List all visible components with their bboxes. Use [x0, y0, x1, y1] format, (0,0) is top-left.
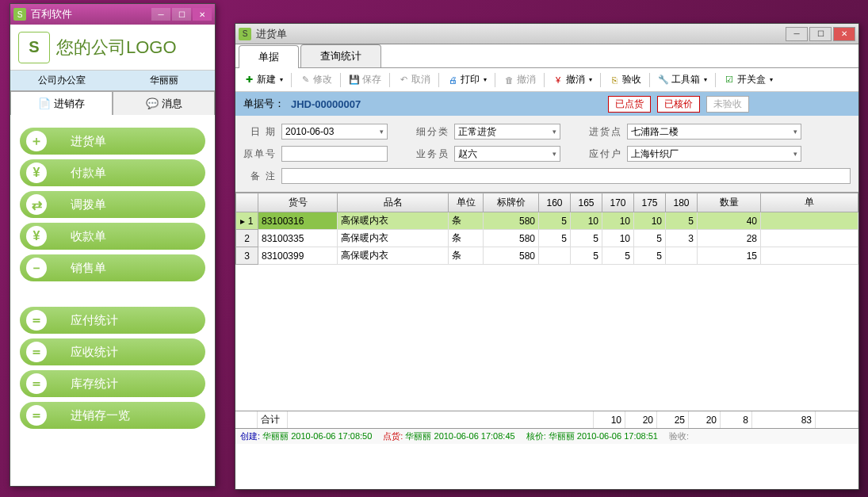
- nav-titlebar: S 百利软件 ─ ☐ ✕: [10, 4, 215, 25]
- location-label: 进货点: [589, 125, 622, 139]
- totals-row: 合计 10 20 25 20 8 83: [235, 411, 858, 428]
- switch-button[interactable]: ☑开关盒: [721, 71, 776, 88]
- order-num-label: 单据号：: [243, 97, 285, 111]
- menu-transfer[interactable]: ⇄调拨单: [20, 191, 205, 218]
- badge-picked: 已点货: [608, 96, 651, 113]
- menu-payment[interactable]: ¥付款单: [20, 159, 205, 186]
- order-titlebar: S 进货单 ─ ☐ ✕: [235, 24, 858, 44]
- logo-icon: S: [18, 32, 50, 63]
- subheader: 公司办公室 华丽丽: [10, 71, 215, 91]
- orig-field[interactable]: [281, 146, 388, 162]
- badge-unaccepted: 未验收: [706, 96, 749, 113]
- status-create-label: 创建:: [240, 431, 260, 441]
- table-row[interactable]: 3 83100399高保暖内衣条 580 55 5 15: [236, 247, 858, 265]
- office-label: 公司办公室: [10, 74, 113, 87]
- menu-purchase[interactable]: ＋进货单: [20, 128, 205, 155]
- logo-text: 您的公司LOGO: [56, 36, 177, 59]
- nav-title: 百利软件: [31, 7, 151, 21]
- edit-button[interactable]: ✎修改: [296, 71, 335, 88]
- new-button[interactable]: ✚新建: [240, 71, 286, 88]
- orig-label: 原单号: [243, 147, 277, 161]
- status-pick-label: 点货:: [383, 431, 403, 441]
- nav-window: S 百利软件 ─ ☐ ✕ S 您的公司LOGO 公司办公室 华丽丽 📄进销存 💬…: [10, 3, 216, 487]
- category-label: 细分类: [416, 125, 449, 139]
- note-field[interactable]: [281, 168, 851, 184]
- tab-query[interactable]: 查询统计: [300, 44, 381, 67]
- toolbar: ✚新建 ✎修改 💾保存 ↶取消 🖨打印 🗑撤消 ¥撤消 ⎘验收 🔧工具箱 ☑开关…: [235, 68, 858, 92]
- order-window: S 进货单 ─ ☐ ✕ 单据 查询统计 ✚新建 ✎修改 💾保存 ↶取消 🖨打印 …: [235, 23, 859, 490]
- save-button[interactable]: 💾保存: [346, 71, 384, 88]
- payable-label: 应付户: [589, 147, 622, 161]
- order-icon: S: [239, 28, 251, 40]
- logo-area: S 您的公司LOGO: [10, 25, 215, 71]
- payable-field[interactable]: 上海针织厂: [627, 146, 801, 162]
- grid-header: 货号 品名 单位 标牌价 160 165 170 175 180 数量 单: [236, 193, 858, 212]
- menu-list: ＋进货单 ¥付款单 ⇄调拨单 ¥收款单 －销售单 ＝应付统计 ＝应收统计 ＝库存…: [10, 115, 215, 442]
- tab-message[interactable]: 💬消息: [113, 91, 215, 115]
- date-label: 日 期: [243, 125, 277, 139]
- form-area: 日 期 2010-06-03 细分类 正常进货 进货点 七浦路二楼 原单号 业务…: [235, 116, 858, 192]
- menu-stock-stats[interactable]: ＝库存统计: [20, 370, 205, 397]
- order-header: 单据号： JHD-00000007 已点货 已核价 未验收: [235, 92, 858, 116]
- menu-overview[interactable]: ＝进销存一览: [20, 402, 205, 429]
- category-field[interactable]: 正常进货: [454, 124, 560, 140]
- maximize-button[interactable]: ☐: [172, 8, 191, 21]
- order-max-button[interactable]: ☐: [809, 27, 832, 41]
- nav-tabs: 📄进销存 💬消息: [10, 91, 215, 115]
- void-button[interactable]: 🗑撤消: [500, 71, 539, 88]
- print-button[interactable]: 🖨打印: [444, 71, 490, 88]
- table-row[interactable]: 2 83100335高保暖内衣条 5805 510 53 28: [236, 230, 858, 247]
- cancel-button[interactable]: ↶取消: [395, 71, 434, 88]
- doc-tabs: 单据 查询统计: [235, 44, 858, 68]
- note-label: 备 注: [243, 170, 277, 183]
- grid: 货号 品名 单位 标牌价 160 165 170 175 180 数量 单 ▸ …: [235, 192, 858, 428]
- menu-receivable-stats[interactable]: ＝应收统计: [20, 338, 205, 365]
- badge-priced: 已核价: [657, 96, 700, 113]
- location-field[interactable]: 七浦路二楼: [627, 124, 801, 140]
- void2-button[interactable]: ¥撤消: [549, 71, 595, 88]
- tools-button[interactable]: 🔧工具箱: [655, 71, 710, 88]
- menu-sales[interactable]: －销售单: [20, 254, 205, 281]
- statusbar: 创建: 华丽丽 2010-06-06 17:08:50 点货: 华丽丽 2010…: [235, 428, 858, 444]
- status-price-label: 核价:: [526, 431, 546, 441]
- table-row[interactable]: ▸ 1 83100316高保暖内衣条 5805 1010 105 40: [236, 212, 858, 230]
- order-number: JHD-00000007: [291, 98, 361, 110]
- menu-payable-stats[interactable]: ＝应付统计: [20, 307, 205, 334]
- minimize-button[interactable]: ─: [151, 8, 170, 21]
- status-accept-label: 验收:: [669, 431, 689, 441]
- order-min-button[interactable]: ─: [786, 27, 808, 41]
- clerk-field[interactable]: 赵六: [454, 146, 560, 162]
- order-close-button[interactable]: ✕: [833, 27, 855, 41]
- date-field[interactable]: 2010-06-03: [281, 124, 388, 140]
- menu-receipt[interactable]: ¥收款单: [20, 223, 205, 250]
- check-button[interactable]: ⎘验收: [606, 71, 644, 88]
- clerk-label: 业务员: [416, 147, 449, 161]
- close-button[interactable]: ✕: [193, 8, 212, 21]
- tab-inventory[interactable]: 📄进销存: [10, 91, 113, 115]
- user-label: 华丽丽: [113, 74, 215, 87]
- order-title: 进货单: [256, 27, 786, 41]
- tab-document[interactable]: 单据: [239, 45, 299, 68]
- app-icon: S: [13, 8, 26, 21]
